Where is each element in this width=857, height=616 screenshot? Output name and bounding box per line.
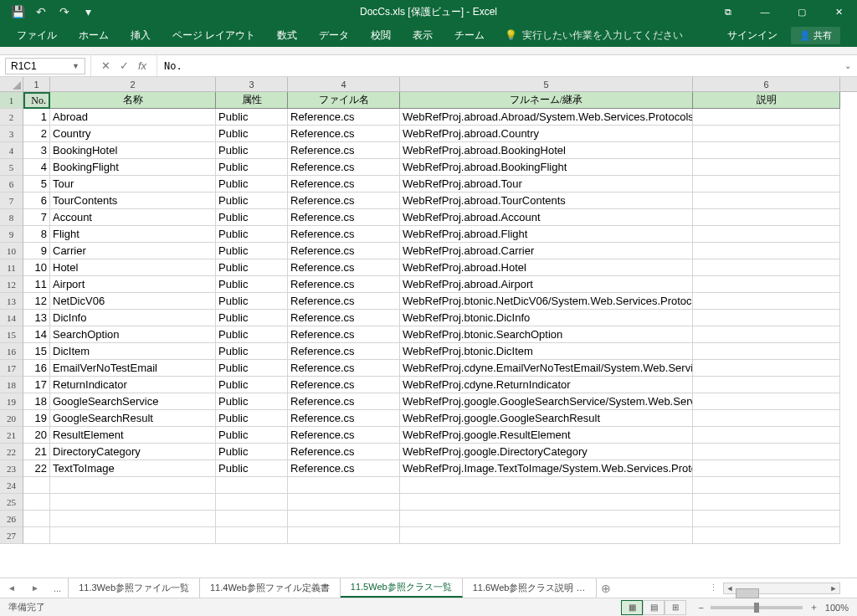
row-header[interactable]: 8 xyxy=(0,209,23,226)
cell[interactable]: WebRefProj.abroad.Tour xyxy=(400,176,693,192)
cell[interactable]: 2 xyxy=(23,126,50,142)
cell[interactable]: Carrier xyxy=(50,243,216,259)
col-header[interactable]: 4 xyxy=(288,77,400,91)
cell[interactable] xyxy=(693,226,840,243)
cell[interactable]: 10 xyxy=(23,259,50,276)
cell[interactable] xyxy=(400,527,693,544)
cell[interactable]: Reference.cs xyxy=(288,444,400,460)
row-header[interactable]: 25 xyxy=(0,494,23,511)
row-header[interactable]: 6 xyxy=(0,176,23,192)
cell[interactable]: WebRefProj.google.GoogleSearchService/Sy… xyxy=(400,393,693,410)
sheet-tab[interactable]: 11.6Web参照クラス説明 … xyxy=(463,578,597,598)
cell[interactable]: WebRefProj.abroad.BookingHotel xyxy=(400,142,693,159)
cell[interactable]: Reference.cs xyxy=(288,142,400,159)
cell[interactable] xyxy=(693,460,840,477)
enter-icon[interactable]: ✓ xyxy=(115,59,133,72)
col-header[interactable]: 1 xyxy=(23,77,50,91)
cell[interactable]: Flight xyxy=(50,226,216,243)
cell[interactable]: Public xyxy=(216,343,288,360)
tab-page-layout[interactable]: ページ レイアウト xyxy=(162,23,265,48)
cell[interactable]: 15 xyxy=(23,343,50,360)
cell[interactable] xyxy=(693,293,840,310)
cell[interactable] xyxy=(693,109,840,126)
fx-icon[interactable]: fx xyxy=(133,59,151,72)
cell[interactable]: Reference.cs xyxy=(288,410,400,427)
cell[interactable] xyxy=(23,477,50,494)
cell[interactable]: WebRefProj.google.GoogleSearchResult xyxy=(400,410,693,427)
cell[interactable] xyxy=(693,326,840,343)
cell[interactable]: Country xyxy=(50,126,216,142)
cell[interactable] xyxy=(288,494,400,511)
formula-input[interactable] xyxy=(157,58,839,74)
maximize-icon[interactable]: ▢ xyxy=(783,0,820,23)
cell[interactable]: DicItem xyxy=(50,343,216,360)
signin-link[interactable]: サインイン xyxy=(727,28,777,43)
cell[interactable]: 14 xyxy=(23,326,50,343)
cell[interactable]: Public xyxy=(216,276,288,293)
cell[interactable] xyxy=(693,126,840,142)
cell[interactable]: 11 xyxy=(23,276,50,293)
cell[interactable]: WebRefProj.google.ResultElement xyxy=(400,427,693,444)
tab-data[interactable]: データ xyxy=(309,23,359,48)
tab-insert[interactable]: 挿入 xyxy=(121,23,161,48)
cell[interactable] xyxy=(693,209,840,226)
cell[interactable]: WebRefProj.abroad.Account xyxy=(400,209,693,226)
cell[interactable]: 19 xyxy=(23,410,50,427)
cell[interactable]: WebRefProj.cdyne.EmailVerNoTestEmail/Sys… xyxy=(400,360,693,377)
cell[interactable] xyxy=(50,527,216,544)
tab-formulas[interactable]: 数式 xyxy=(267,23,307,48)
row-header[interactable]: 9 xyxy=(0,226,23,243)
cell[interactable] xyxy=(288,527,400,544)
cell[interactable]: 13 xyxy=(23,310,50,326)
redo-icon[interactable]: ↷ xyxy=(55,3,74,21)
cell[interactable]: WebRefProj.btonic.DicInfo xyxy=(400,310,693,326)
page-break-icon[interactable]: ⊞ xyxy=(665,600,686,615)
cell[interactable]: EmailVerNoTestEmail xyxy=(50,360,216,377)
cell[interactable]: WebRefProj.cdyne.ReturnIndicator xyxy=(400,377,693,393)
cell[interactable] xyxy=(693,176,840,192)
tab-review[interactable]: 校閲 xyxy=(361,23,401,48)
cell[interactable]: 21 xyxy=(23,444,50,460)
row-header[interactable]: 14 xyxy=(0,310,23,326)
row-header[interactable]: 13 xyxy=(0,293,23,310)
cell[interactable] xyxy=(693,377,840,393)
cell[interactable]: Reference.cs xyxy=(288,393,400,410)
cell[interactable]: Public xyxy=(216,126,288,142)
cell[interactable] xyxy=(693,310,840,326)
row-header[interactable]: 21 xyxy=(0,427,23,444)
save-icon[interactable]: 💾 xyxy=(8,3,27,21)
chevron-down-icon[interactable]: ▼ xyxy=(72,62,80,70)
cell[interactable] xyxy=(50,477,216,494)
cell[interactable] xyxy=(216,494,288,511)
cell[interactable]: TourContents xyxy=(50,192,216,209)
header-cell[interactable]: 属性 xyxy=(216,92,288,109)
cell[interactable]: Public xyxy=(216,377,288,393)
minimize-icon[interactable]: — xyxy=(747,0,783,23)
row-header[interactable]: 23 xyxy=(0,460,23,477)
cell[interactable] xyxy=(693,360,840,377)
select-all[interactable] xyxy=(0,77,23,91)
header-cell[interactable]: ファイル名 xyxy=(288,92,400,109)
row-header[interactable]: 10 xyxy=(0,243,23,259)
cell[interactable]: Public xyxy=(216,410,288,427)
cell[interactable]: Reference.cs xyxy=(288,259,400,276)
cell[interactable] xyxy=(693,444,840,460)
cell[interactable]: Reference.cs xyxy=(288,226,400,243)
cell[interactable]: Reference.cs xyxy=(288,126,400,142)
cell[interactable]: SearchOption xyxy=(50,326,216,343)
cell[interactable] xyxy=(288,511,400,527)
cell[interactable]: Public xyxy=(216,360,288,377)
expand-formula-icon[interactable]: ⌄ xyxy=(839,61,857,70)
cell[interactable]: Reference.cs xyxy=(288,343,400,360)
cell[interactable] xyxy=(693,192,840,209)
cell[interactable] xyxy=(50,494,216,511)
cell[interactable] xyxy=(216,527,288,544)
cell[interactable] xyxy=(693,343,840,360)
scroll-right-icon[interactable]: ► xyxy=(828,584,839,593)
cell[interactable]: 6 xyxy=(23,192,50,209)
row-header[interactable]: 27 xyxy=(0,527,23,544)
scroll-left-icon[interactable]: ◄ xyxy=(724,584,736,593)
header-cell[interactable]: No. xyxy=(23,92,50,109)
cell[interactable] xyxy=(693,243,840,259)
horizontal-scrollbar[interactable]: ◄ ► xyxy=(723,583,840,594)
